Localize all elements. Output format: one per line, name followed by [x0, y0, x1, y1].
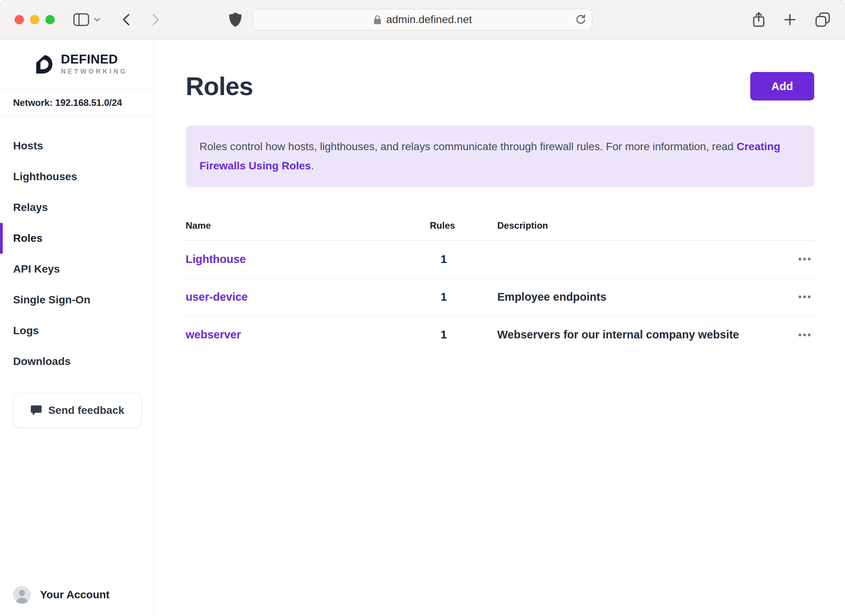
tabs-icon — [815, 12, 830, 27]
sidebar-item-hosts[interactable]: Hosts — [0, 131, 154, 161]
rules-count: 1 — [430, 328, 497, 341]
main-content: Roles Add Roles control how hosts, light… — [154, 39, 845, 616]
ellipsis-icon — [798, 257, 811, 261]
info-banner-suffix: . — [311, 160, 314, 172]
tab-overview-button[interactable] — [815, 12, 830, 27]
close-button[interactable] — [15, 15, 24, 24]
add-button[interactable]: Add — [750, 72, 814, 100]
logo-text: DEFINED NETWORKING — [61, 53, 127, 75]
new-tab-button[interactable] — [783, 13, 796, 26]
sidebar-item-api-keys[interactable]: API Keys — [0, 254, 154, 285]
chevron-left-icon — [122, 13, 130, 26]
person-icon — [13, 587, 31, 604]
rules-count: 1 — [430, 253, 497, 266]
sidebar: DEFINED NETWORKING Network: 192.168.51.0… — [0, 39, 154, 616]
roles-table: Name Rules Description Lighthouse 1 — [186, 220, 814, 354]
send-feedback-label: Send feedback — [48, 404, 124, 417]
info-banner-text: Roles control how hosts, lighthouses, an… — [200, 141, 734, 152]
share-button[interactable] — [753, 12, 765, 28]
plus-icon — [783, 13, 796, 26]
browser-window: admin.defined.net — [0, 0, 845, 616]
role-name-cell: webserver — [186, 328, 430, 341]
role-description: Webservers for our internal company webs… — [497, 328, 777, 341]
sidebar-toggle-icon — [73, 13, 89, 26]
page-title: Roles — [186, 72, 253, 101]
column-header-rules: Rules — [430, 220, 497, 231]
sidebar-item-downloads[interactable]: Downloads — [0, 346, 154, 377]
role-name-cell: user-device — [186, 291, 430, 303]
logo-subtitle: NETWORKING — [61, 68, 127, 75]
column-header-name: Name — [186, 220, 430, 231]
role-link-webserver[interactable]: webserver — [186, 328, 241, 341]
ellipsis-icon — [798, 295, 811, 299]
refresh-icon — [575, 14, 587, 25]
share-icon — [753, 12, 765, 28]
sidebar-nav: Hosts Lighthouses Relays Roles API Keys … — [0, 117, 154, 377]
sidebar-toggle-button[interactable] — [73, 13, 89, 26]
sidebar-item-single-sign-on[interactable]: Single Sign-On — [0, 285, 154, 315]
table-header: Name Rules Description — [186, 220, 814, 241]
ellipsis-icon — [798, 333, 811, 337]
sidebar-item-lighthouses[interactable]: Lighthouses — [0, 161, 154, 192]
row-menu-button[interactable] — [795, 292, 814, 302]
address-bar[interactable]: admin.defined.net — [253, 9, 592, 30]
window-controls — [15, 15, 55, 24]
app-body: DEFINED NETWORKING Network: 192.168.51.0… — [0, 39, 845, 616]
refresh-button[interactable] — [575, 14, 587, 25]
shield-icon — [228, 12, 242, 28]
privacy-shield-button[interactable] — [228, 12, 242, 28]
defined-logo-mark — [34, 54, 53, 75]
table-row: Lighthouse 1 — [186, 241, 814, 278]
logo-wordmark: DEFINED — [61, 53, 127, 66]
browser-toolbar: admin.defined.net — [0, 0, 845, 39]
minimize-button[interactable] — [30, 15, 39, 24]
account-label: Your Account — [40, 589, 109, 601]
info-banner: Roles control how hosts, lighthouses, an… — [186, 126, 814, 187]
row-menu-button[interactable] — [795, 330, 814, 340]
forward-button[interactable] — [152, 13, 160, 26]
chevron-down-icon — [94, 18, 100, 22]
table-row: webserver 1 Webservers for our internal … — [186, 316, 814, 354]
row-menu-button[interactable] — [795, 254, 814, 264]
zoom-button[interactable] — [45, 15, 55, 24]
column-header-description: Description — [497, 220, 777, 231]
rules-count: 1 — [430, 291, 497, 303]
url-text: admin.defined.net — [386, 13, 472, 26]
role-link-lighthouse[interactable]: Lighthouse — [186, 253, 246, 265]
lock-icon — [373, 14, 382, 25]
chevron-right-icon — [152, 13, 160, 26]
feedback-bubble-icon — [30, 405, 42, 416]
role-link-user-device[interactable]: user-device — [186, 291, 248, 303]
avatar — [13, 586, 31, 604]
toolbar-chevron-button[interactable] — [94, 18, 100, 22]
sidebar-spacer — [0, 428, 154, 573]
table-row: user-device 1 Employee endpoints — [186, 278, 814, 316]
page-header: Roles Add — [186, 72, 814, 101]
account-button[interactable]: Your Account — [0, 573, 154, 616]
send-feedback-button[interactable]: Send feedback — [13, 393, 142, 428]
sidebar-item-roles[interactable]: Roles — [0, 223, 154, 254]
back-button[interactable] — [122, 13, 130, 26]
sidebar-item-logs[interactable]: Logs — [0, 315, 154, 346]
role-name-cell: Lighthouse — [186, 253, 430, 266]
sidebar-item-relays[interactable]: Relays — [0, 192, 154, 223]
network-label: Network: 192.168.51.0/24 — [0, 89, 154, 117]
role-description: Employee endpoints — [497, 291, 777, 303]
logo[interactable]: DEFINED NETWORKING — [0, 39, 154, 89]
